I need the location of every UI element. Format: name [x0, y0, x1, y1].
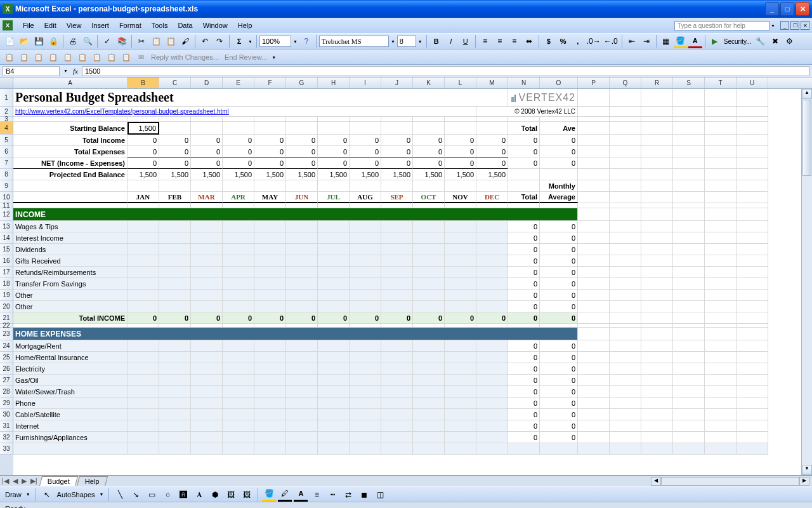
row-header-23[interactable]: 23: [0, 328, 13, 340]
review-btn-9[interactable]: 📋: [119, 50, 133, 64]
font-size-select[interactable]: 8: [397, 36, 416, 47]
row-header-19[interactable]: 19: [0, 290, 13, 301]
arrow-style-button[interactable]: ⇄: [341, 488, 355, 502]
review-btn-5[interactable]: 📋: [61, 50, 75, 64]
autoshapes-menu[interactable]: AutoShapes: [56, 488, 96, 502]
horizontal-scrollbar[interactable]: ◀ ▶: [651, 477, 809, 486]
doc-minimize-button[interactable]: _: [780, 21, 789, 30]
comma-button[interactable]: ,: [571, 34, 585, 48]
row-header-25[interactable]: 25: [0, 352, 13, 363]
menu-edit[interactable]: Edit: [39, 20, 62, 30]
font-color-button[interactable]: A: [688, 34, 702, 48]
bold-button[interactable]: B: [429, 34, 443, 48]
new-button[interactable]: 📄: [3, 34, 16, 48]
tab-last-button[interactable]: ▶|: [29, 477, 39, 485]
minimize-button[interactable]: _: [765, 2, 779, 16]
open-button[interactable]: 📂: [17, 34, 31, 48]
picture-button[interactable]: 🖼: [240, 488, 254, 502]
decrease-indent-button[interactable]: ⇤: [625, 34, 639, 48]
row-header-27[interactable]: 27: [0, 375, 13, 386]
col-header-J[interactable]: J: [381, 77, 413, 88]
col-header-Q[interactable]: Q: [610, 77, 641, 88]
review-btn-4[interactable]: 📋: [46, 50, 60, 64]
row-header-15[interactable]: 15: [0, 244, 13, 255]
end-review-button[interactable]: End Review...: [222, 53, 270, 61]
tab-prev-button[interactable]: ◀: [11, 477, 20, 485]
security-button[interactable]: Security...: [723, 34, 753, 48]
review-btn-3[interactable]: 📋: [32, 50, 46, 64]
help-search-input[interactable]: Type a question for help: [674, 21, 769, 30]
redo-button[interactable]: ↷: [213, 34, 226, 48]
row-header-32[interactable]: 32: [0, 432, 13, 443]
row-header-11[interactable]: 11: [0, 203, 13, 208]
menu-window[interactable]: Window: [198, 20, 233, 30]
menu-tools[interactable]: Tools: [147, 20, 173, 30]
row-header-16[interactable]: 16: [0, 255, 13, 267]
zoom-dropdown[interactable]: ▼: [292, 39, 299, 44]
menu-data[interactable]: Data: [173, 20, 197, 30]
col-header-U[interactable]: U: [737, 77, 768, 88]
line-color-button[interactable]: 🖊: [278, 488, 292, 502]
font-dropdown[interactable]: ▼: [390, 39, 396, 44]
col-header-L[interactable]: L: [445, 77, 476, 88]
row-header-33[interactable]: 33: [0, 443, 13, 455]
col-header-I[interactable]: I: [350, 77, 381, 88]
textbox-button[interactable]: 🅰: [176, 488, 190, 502]
font-size-dropdown[interactable]: ▼: [417, 39, 424, 44]
menu-format[interactable]: Format: [114, 20, 147, 30]
shadow-button[interactable]: ◼: [357, 488, 371, 502]
percent-button[interactable]: %: [556, 34, 570, 48]
col-header-D[interactable]: D: [191, 77, 223, 88]
help-button[interactable]: ?: [299, 34, 313, 48]
line-button[interactable]: ╲: [113, 488, 127, 502]
review-btn-1[interactable]: 📋: [3, 50, 16, 64]
scroll-thumb[interactable]: [802, 100, 811, 176]
align-left-button[interactable]: ≡: [478, 34, 492, 48]
col-header-O[interactable]: O: [540, 77, 578, 88]
col-header-E[interactable]: E: [223, 77, 254, 88]
permission-button[interactable]: 🔒: [46, 34, 60, 48]
col-header-A[interactable]: A: [13, 77, 128, 88]
row-header-24[interactable]: 24: [0, 340, 13, 352]
cut-button[interactable]: ✂: [134, 34, 148, 48]
col-header-P[interactable]: P: [578, 77, 610, 88]
save-button[interactable]: 💾: [32, 34, 46, 48]
name-box-dropdown[interactable]: ▼: [62, 69, 69, 73]
clipart-button[interactable]: 🖼: [224, 488, 238, 502]
row-header-14[interactable]: 14: [0, 232, 13, 244]
zoom-select[interactable]: 100%: [259, 36, 291, 47]
row-header-17[interactable]: 17: [0, 267, 13, 278]
col-header-K[interactable]: K: [413, 77, 445, 88]
rectangle-button[interactable]: ▭: [145, 488, 159, 502]
hscroll-left-button[interactable]: ◀: [651, 477, 661, 486]
row-header-26[interactable]: 26: [0, 363, 13, 375]
menu-file[interactable]: File: [18, 20, 39, 30]
row-header-18[interactable]: 18: [0, 278, 13, 290]
research-button[interactable]: 📚: [115, 34, 129, 48]
merge-center-button[interactable]: ⬌: [522, 34, 536, 48]
col-header-G[interactable]: G: [286, 77, 318, 88]
spelling-button[interactable]: ✓: [100, 34, 114, 48]
borders-button[interactable]: ▦: [659, 34, 673, 48]
name-box[interactable]: B4: [3, 66, 60, 76]
row-header-28[interactable]: 28: [0, 386, 13, 398]
review-btn-8[interactable]: 📋: [105, 50, 119, 64]
fill-color-draw-button[interactable]: 🪣: [262, 488, 276, 502]
copy-button[interactable]: 📋: [149, 34, 163, 48]
review-btn-7[interactable]: 📋: [90, 50, 104, 64]
play-button[interactable]: ▶: [708, 34, 722, 48]
review-btn-6[interactable]: 📋: [75, 50, 89, 64]
print-button[interactable]: 🖨: [66, 34, 80, 48]
vertical-scrollbar[interactable]: ▲ ▼: [801, 89, 812, 475]
print-preview-button[interactable]: 🔍: [81, 34, 95, 48]
row-header-6[interactable]: 6: [0, 146, 13, 157]
dash-style-button[interactable]: ┅: [325, 488, 339, 502]
tab-next-button[interactable]: ▶: [20, 477, 29, 485]
diagram-button[interactable]: ⬢: [208, 488, 222, 502]
review-dropdown[interactable]: ▼: [270, 55, 277, 60]
select-objects-button[interactable]: ↖: [40, 488, 54, 502]
doc-close-button[interactable]: ✕: [801, 21, 809, 30]
review-btn-10[interactable]: ✉: [134, 50, 148, 64]
increase-indent-button[interactable]: ⇥: [639, 34, 653, 48]
decrease-decimal-button[interactable]: ←.0: [603, 34, 619, 48]
